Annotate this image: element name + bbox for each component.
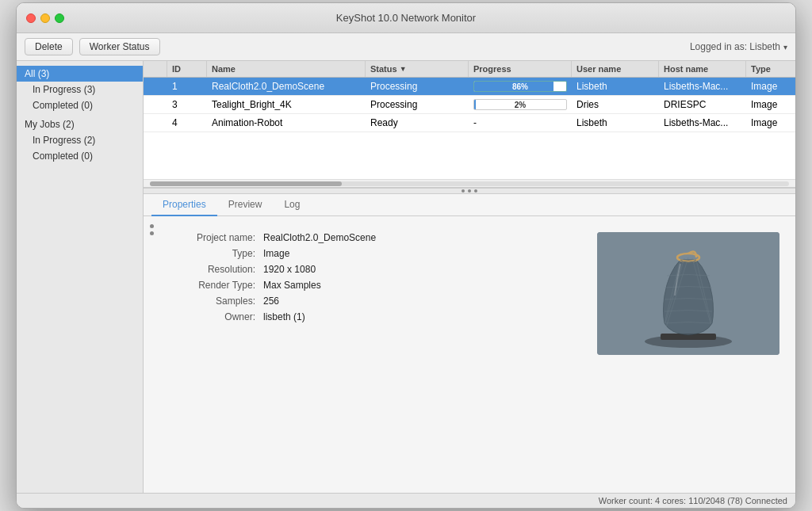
logged-in-label: Logged in as: Lisbeth xyxy=(690,41,780,52)
property-samples: Samples: 256 xyxy=(176,296,565,307)
cell-hostname: Lisbeths-Mac... xyxy=(659,78,746,95)
titlebar: KeyShot 10.0 Network Monitor xyxy=(17,3,795,33)
col-type[interactable]: Type xyxy=(746,61,795,77)
cell-hostname: Lisbeths-Mac... xyxy=(659,114,746,132)
property-label-owner: Owner: xyxy=(176,311,263,322)
scrollbar-thumb[interactable] xyxy=(150,181,342,186)
property-label-type: Type: xyxy=(176,248,263,259)
cell-status: Ready xyxy=(366,114,469,132)
cell-name: Animation-Robot xyxy=(207,114,366,132)
property-value-samples: 256 xyxy=(263,296,279,307)
resize-dot xyxy=(474,189,477,193)
cell-id: 1 xyxy=(167,78,207,95)
cell-hostname: DRIESPC xyxy=(659,96,746,113)
cell-status: Processing xyxy=(366,96,469,113)
property-value-render-type: Max Samples xyxy=(263,280,321,291)
preview-image xyxy=(597,232,779,355)
property-project-name: Project name: RealCloth2.0_DemoScene xyxy=(176,232,565,243)
property-value-type: Image xyxy=(263,248,289,259)
main-window: KeyShot 10.0 Network Monitor Delete Work… xyxy=(16,2,796,509)
table-body: 1 RealCloth2.0_DemoScene Processing 86% … xyxy=(144,78,795,132)
cell-status: Processing xyxy=(366,78,469,95)
resize-dot xyxy=(468,189,471,193)
sidebar-item-my-jobs[interactable]: My Jobs (2) xyxy=(17,116,143,132)
sidebar-item-my-completed[interactable]: Completed (0) xyxy=(17,148,143,164)
preview-svg xyxy=(597,232,779,355)
horizontal-scrollbar[interactable] xyxy=(144,180,795,188)
left-resize-dots xyxy=(144,224,160,485)
sidebar-item-my-in-progress[interactable]: In Progress (2) xyxy=(17,132,143,148)
tab-properties[interactable]: Properties xyxy=(151,194,217,216)
progress-label: 2% xyxy=(515,101,526,109)
sidebar-item-all[interactable]: All (3) xyxy=(17,66,143,82)
maximize-button[interactable] xyxy=(55,13,64,23)
property-label-samples: Samples: xyxy=(176,296,263,307)
cell-progress: - xyxy=(469,114,572,132)
col-hostname[interactable]: Host name xyxy=(659,61,746,77)
table-empty-space xyxy=(144,132,795,180)
table-row[interactable]: 4 Animation-Robot Ready - Lisbeth Lisbet… xyxy=(144,114,795,132)
sidebar: All (3) In Progress (3) Completed (0) My… xyxy=(17,61,144,493)
property-value-owner: lisbeth (1) xyxy=(263,311,305,322)
property-render-type: Render Type: Max Samples xyxy=(176,280,565,291)
col-status[interactable]: Status ▼ xyxy=(366,61,469,77)
col-progress[interactable]: Progress xyxy=(469,61,572,77)
dropdown-arrow-icon[interactable]: ▾ xyxy=(783,43,787,51)
detail-panel: Properties Preview Log Project name: xyxy=(144,194,795,493)
resize-handle[interactable] xyxy=(144,188,795,194)
cell-checkbox xyxy=(144,78,167,95)
property-value-project-name: RealCloth2.0_DemoScene xyxy=(263,232,376,243)
content-area: All (3) In Progress (3) Completed (0) My… xyxy=(17,61,795,493)
cell-id: 4 xyxy=(167,114,207,132)
property-value-resolution: 1920 x 1080 xyxy=(263,264,316,275)
close-button[interactable] xyxy=(26,13,36,23)
sidebar-item-completed[interactable]: Completed (0) xyxy=(17,97,143,113)
resize-dot xyxy=(462,189,465,193)
property-resolution: Resolution: 1920 x 1080 xyxy=(176,264,565,275)
window-title: KeyShot 10.0 Network Monitor xyxy=(336,12,476,24)
cell-progress: 86% xyxy=(469,78,572,95)
delete-button[interactable]: Delete xyxy=(25,38,73,55)
left-dot xyxy=(150,231,154,235)
cell-id: 3 xyxy=(167,96,207,113)
logged-in-info: Logged in as: Lisbeth ▾ xyxy=(690,41,787,52)
cell-checkbox xyxy=(144,114,167,132)
cell-username: Lisbeth xyxy=(572,78,659,95)
toolbar-left: Delete Worker Status xyxy=(25,38,160,55)
toolbar: Delete Worker Status Logged in as: Lisbe… xyxy=(17,33,795,61)
traffic-lights xyxy=(26,13,64,23)
cell-username: Dries xyxy=(572,96,659,113)
cell-type: Image xyxy=(746,114,795,132)
sidebar-item-in-progress[interactable]: In Progress (3) xyxy=(17,82,143,97)
col-id[interactable]: ID xyxy=(167,61,207,77)
cell-type: Image xyxy=(746,96,795,113)
col-checkbox xyxy=(144,61,167,77)
sort-arrow-icon: ▼ xyxy=(400,65,407,73)
properties-panel: Project name: RealCloth2.0_DemoScene Typ… xyxy=(160,224,581,485)
main-panel: ID Name Status ▼ Progress User name Host… xyxy=(144,61,795,493)
worker-status-button[interactable]: Worker Status xyxy=(79,38,160,55)
property-label-render-type: Render Type: xyxy=(176,280,263,291)
statusbar-text: Worker count: 4 cores: 110/2048 (78) Con… xyxy=(599,496,787,505)
scrollbar-track xyxy=(150,181,789,186)
table-row[interactable]: 1 RealCloth2.0_DemoScene Processing 86% … xyxy=(144,78,795,96)
tab-log[interactable]: Log xyxy=(273,194,311,216)
property-type: Type: Image xyxy=(176,248,565,259)
property-label-resolution: Resolution: xyxy=(176,264,263,275)
col-username[interactable]: User name xyxy=(572,61,659,77)
table-row[interactable]: 3 Tealight_Bright_4K Processing 2% Dries… xyxy=(144,96,795,114)
col-name[interactable]: Name xyxy=(207,61,366,77)
detail-tabs: Properties Preview Log xyxy=(144,194,795,216)
cell-username: Lisbeth xyxy=(572,114,659,132)
detail-content: Project name: RealCloth2.0_DemoScene Typ… xyxy=(144,216,795,493)
left-dot xyxy=(150,224,154,228)
table-header: ID Name Status ▼ Progress User name Host… xyxy=(144,61,795,78)
minimize-button[interactable] xyxy=(40,13,50,23)
cell-name: Tealight_Bright_4K xyxy=(207,96,366,113)
cell-name: RealCloth2.0_DemoScene xyxy=(207,78,366,95)
property-owner: Owner: lisbeth (1) xyxy=(176,311,565,322)
tab-preview[interactable]: Preview xyxy=(217,194,274,216)
property-label-project-name: Project name: xyxy=(176,232,263,243)
cell-type: Image xyxy=(746,78,795,95)
statusbar: Worker count: 4 cores: 110/2048 (78) Con… xyxy=(17,493,795,508)
